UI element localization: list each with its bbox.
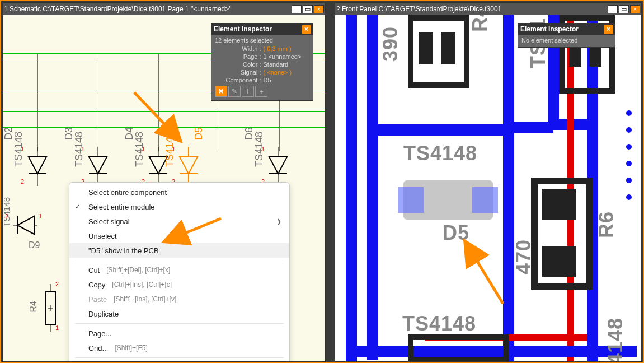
diode-d5-selected[interactable]: 1 2 D5 TS4148 <box>176 147 201 186</box>
ctx-grid[interactable]: Grid...[Shift]+[F5] <box>69 341 289 355</box>
inspector-title: Element Inspector <box>520 25 579 33</box>
ctx-select-module[interactable]: ✓Select entire module <box>69 199 289 214</box>
ctx-select-signal[interactable]: Select signal❯ <box>69 214 289 229</box>
wire[interactable] <box>37 53 38 151</box>
ctx-group-module[interactable]: Group as a module❯ <box>69 360 289 361</box>
inspector-title: Element Inspector <box>214 25 272 33</box>
ctx-duplicate[interactable]: Duplicate <box>69 306 289 321</box>
inspector-close-icon[interactable]: × <box>604 25 613 34</box>
d9-value: TS4148 <box>3 197 11 227</box>
schematic-window: 1 Schematic C:\TARGET\StandardProjekte\D… <box>2 2 326 362</box>
separator <box>75 323 284 324</box>
pcb-trace[interactable] <box>503 15 514 361</box>
pcb-d5-value: TS4148 <box>403 142 477 165</box>
pcb-d5-ref: D5 <box>443 221 469 245</box>
diode-value: TS4148 <box>164 132 176 167</box>
pcb-component[interactable] <box>531 178 593 290</box>
tool-delete-icon[interactable]: ✖ <box>215 86 227 97</box>
svg-marker-20 <box>17 216 34 234</box>
pcb-d5-pad[interactable] <box>472 187 498 213</box>
separator <box>75 260 284 260</box>
pcb-trace[interactable] <box>509 122 553 133</box>
tool-text-icon[interactable]: T <box>242 86 254 97</box>
schematic-canvas[interactable]: 1 2 D2 TS4148 1 2 D3 TS4148 1 2 D4 TS414… <box>3 15 325 361</box>
svg-marker-13 <box>180 157 198 174</box>
separator <box>75 357 284 358</box>
wire[interactable] <box>158 53 159 151</box>
diode-d9[interactable]: 2 1 <box>13 214 37 240</box>
resistor-r4[interactable]: 2 1 <box>43 284 58 334</box>
svg-marker-17 <box>269 157 287 174</box>
tool-edit-icon[interactable]: ✎ <box>228 86 241 97</box>
ctx-unselect[interactable]: Unselect <box>69 229 289 243</box>
pcb-trace[interactable] <box>346 15 357 361</box>
maximize-button[interactable]: ▭ <box>619 5 629 13</box>
wire[interactable] <box>3 111 325 112</box>
svg-marker-1 <box>29 157 46 174</box>
pcb-label-ts-bottom: TS4148 <box>402 312 476 336</box>
inspector-close-icon[interactable]: × <box>302 25 311 34</box>
ctx-cut[interactable]: Cut[Shift]+[Del], [Ctrl]+[x] <box>69 263 289 277</box>
svg-line-34 <box>466 243 503 304</box>
diode-value: TS4148 <box>13 132 25 167</box>
pcb-trace[interactable] <box>367 124 513 136</box>
wire[interactable] <box>98 53 98 151</box>
close-button[interactable]: × <box>630 5 640 13</box>
wire[interactable] <box>3 127 325 128</box>
ctx-page[interactable]: Page... <box>69 326 289 341</box>
pcb-window: 2 Front Panel C:\TARGET\StandardProjekte… <box>335 2 642 362</box>
inspector-subtitle: 12 elements selected <box>215 37 309 44</box>
inspector-toolbar: ✖ ✎ T ＋ <box>215 86 309 97</box>
window-buttons: — ▭ × <box>608 5 640 13</box>
ctx-show-in-pcb[interactable]: "D5" show in the PCB <box>69 243 289 258</box>
diode-d3[interactable]: 1 2 D3 TS4148 <box>86 147 110 186</box>
pcb-label-470: 470 <box>512 239 535 274</box>
pcb-title: 2 Front Panel C:\TARGET\StandardProjekte… <box>336 5 501 13</box>
d9-ref: D9 <box>29 240 40 250</box>
check-icon: ✓ <box>75 203 81 211</box>
minimize-button[interactable]: — <box>292 5 302 13</box>
minimize-button[interactable]: — <box>608 5 618 13</box>
element-inspector-left[interactable]: Element Inspector × 12 elements selected… <box>211 23 313 101</box>
svg-marker-5 <box>89 157 107 174</box>
pcb-label-r4: R4 <box>468 15 492 32</box>
pcb-component[interactable] <box>408 334 509 361</box>
window-buttons: — ▭ × <box>292 5 324 13</box>
pcb-component[interactable] <box>408 15 469 88</box>
pcb-label-r6: R6 <box>595 211 618 238</box>
ctx-copy[interactable]: Copy[Ctrl]+[Ins], [Ctrl]+[c] <box>69 277 289 292</box>
pin-2: 2 <box>21 178 24 185</box>
pcb-label-4148: 4148 <box>604 318 627 361</box>
tool-add-icon[interactable]: ＋ <box>255 86 267 97</box>
pcb-titlebar[interactable]: 2 Front Panel C:\TARGET\StandardProjekte… <box>335 3 641 15</box>
ctx-paste: Paste[Shift]+[Ins], [Ctrl]+[v] <box>69 292 289 306</box>
diode-d2[interactable]: 1 2 D2 TS4148 <box>25 147 50 186</box>
schematic-title: 1 Schematic C:\TARGET\StandardProjekte\D… <box>4 5 232 13</box>
close-button[interactable]: × <box>314 5 324 13</box>
pcb-trace[interactable] <box>367 15 378 360</box>
element-inspector-right[interactable]: Element Inspector × No element selected <box>518 23 615 48</box>
pcb-canvas[interactable]: 390 R4 TS41 TS4148 D5 470 R6 TS4148 4148 <box>335 15 641 361</box>
r4-ref: R4 <box>29 301 39 312</box>
diode-ref: D5 <box>193 127 205 140</box>
chevron-right-icon: ❯ <box>276 218 281 225</box>
ctx-select-component[interactable]: Select entire component <box>69 185 289 199</box>
inspector-subtitle: No element selected <box>521 37 612 44</box>
schematic-titlebar[interactable]: 1 Schematic C:\TARGET\StandardProjekte\D… <box>3 3 325 15</box>
diode-d6[interactable]: 1 2 D6 TS4148 <box>266 147 290 186</box>
maximize-button[interactable]: ▭ <box>303 5 313 13</box>
pcb-d5-pad[interactable] <box>398 187 424 213</box>
pcb-label-390: 390 <box>379 26 402 62</box>
context-menu: Select entire component ✓Select entire m… <box>69 182 290 361</box>
